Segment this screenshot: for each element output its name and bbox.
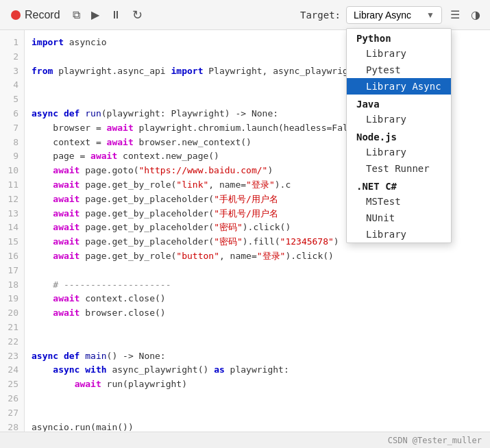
line-num-13: 13 [0, 207, 24, 221]
selected-target-label: Library Async [354, 10, 411, 21]
refresh-button[interactable]: ↻ [130, 5, 145, 25]
dropdown-group-java: Java [347, 95, 451, 111]
dropdown-item-java-library[interactable]: Library [347, 111, 451, 127]
menu-icon: ☰ [450, 8, 460, 21]
dropdown-group-nodejs: Node.js [347, 127, 451, 144]
line-num-12: 12 [0, 192, 24, 207]
record-button[interactable]: Record [7, 6, 64, 24]
copy-icon: ⧉ [73, 9, 80, 21]
status-bar: CSDN @Tester_muller [0, 432, 490, 448]
line-num-9: 9 [0, 149, 24, 164]
contrast-button[interactable]: ◑ [468, 5, 483, 24]
line-num-4: 4 [0, 78, 24, 92]
line-num-28: 28 [0, 421, 24, 432]
contrast-icon: ◑ [471, 8, 480, 21]
line-num-19: 19 [0, 292, 24, 306]
line-num-26: 26 [0, 392, 24, 406]
refresh-icon: ↻ [132, 8, 143, 23]
line-num-10: 10 [0, 164, 24, 178]
credit-text: CSDN @Tester_muller [388, 436, 482, 445]
line-num-16: 16 [0, 249, 24, 264]
more-menu-button[interactable]: ☰ [448, 5, 463, 24]
dropdown-group-dotnet: .NET C# [347, 177, 451, 193]
pause-button[interactable]: ⏸ [108, 6, 124, 24]
line-num-7: 7 [0, 121, 24, 136]
line-num-5: 5 [0, 92, 24, 107]
dropdown-item-dotnet-nunit[interactable]: NUnit [347, 210, 451, 226]
line-num-18: 18 [0, 278, 24, 293]
chevron-down-icon: ▼ [426, 10, 434, 20]
line-num-14: 14 [0, 221, 24, 235]
dropdown-item-nodejs-test-runner[interactable]: Test Runner [347, 160, 451, 177]
line-num-23: 23 [0, 349, 24, 364]
line-num-27: 27 [0, 406, 24, 421]
line-num-22: 22 [0, 335, 24, 349]
target-dropdown-wrapper: Library Async ▼ Python Library Pytest Li… [346, 6, 442, 24]
line-num-21: 21 [0, 321, 24, 335]
target-dropdown-button[interactable]: Library Async ▼ [346, 6, 442, 24]
dropdown-item-python-library[interactable]: Library [347, 45, 451, 62]
toolbar: Record ⧉ ▶ ⏸ ↻ Target: Library Async ▼ P… [0, 0, 490, 30]
line-num-20: 20 [0, 306, 24, 321]
dropdown-item-dotnet-library[interactable]: Library [347, 226, 451, 242]
line-num-2: 2 [0, 50, 24, 64]
record-dot-icon [11, 10, 21, 20]
line-num-3: 3 [0, 64, 24, 79]
pause-icon: ⏸ [110, 9, 121, 21]
line-num-1: 1 [0, 36, 24, 50]
play-button[interactable]: ▶ [88, 5, 102, 24]
dropdown-item-nodejs-library[interactable]: Library [347, 144, 451, 160]
dropdown-menu: Python Library Pytest Library Async Java… [346, 28, 452, 243]
target-label: Target: [300, 10, 341, 21]
dropdown-item-dotnet-mstest[interactable]: MSTest [347, 193, 451, 210]
play-icon: ▶ [91, 8, 99, 21]
line-num-25: 25 [0, 377, 24, 392]
line-num-15: 15 [0, 235, 24, 249]
dropdown-item-python-pytest[interactable]: Pytest [347, 62, 451, 78]
line-num-6: 6 [0, 107, 24, 121]
line-num-11: 11 [0, 178, 24, 192]
record-label: Record [25, 9, 60, 21]
copy-button[interactable]: ⧉ [70, 6, 83, 24]
dropdown-group-python: Python [347, 29, 451, 45]
line-num-8: 8 [0, 136, 24, 150]
dropdown-item-python-library-async[interactable]: Library Async [347, 78, 451, 95]
line-numbers: 1 2 3 4 5 6 7 8 9 10 11 12 13 14 15 16 1… [0, 30, 25, 432]
line-num-17: 17 [0, 264, 24, 278]
line-num-24: 24 [0, 363, 24, 377]
